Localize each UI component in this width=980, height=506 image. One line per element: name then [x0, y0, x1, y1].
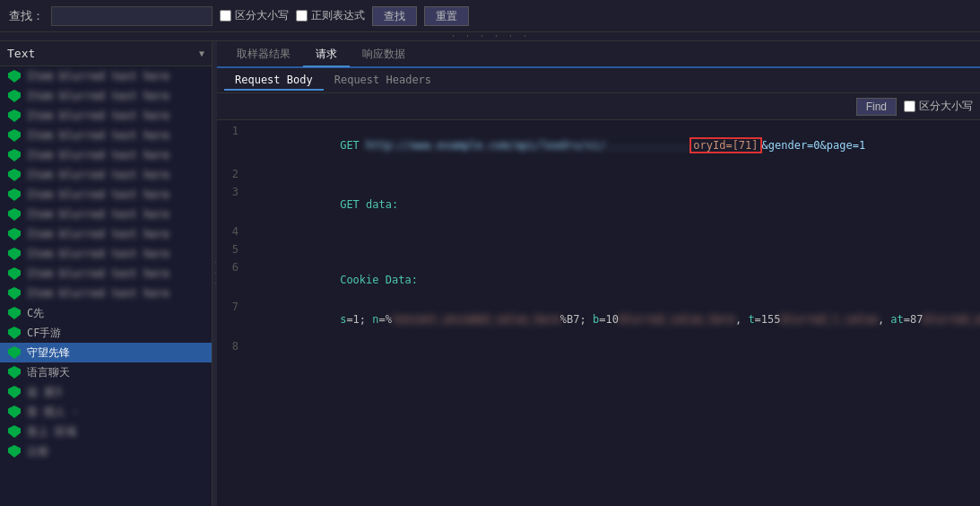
list-item[interactable]: Item blurred text here — [0, 284, 212, 303]
list-item[interactable]: Item blurred text here — [0, 185, 212, 205]
code-line-4: 4 — [217, 224, 980, 242]
item-text: Item blurred text here — [27, 267, 204, 280]
list-item[interactable]: Item blurred text here — [0, 86, 212, 106]
code-line-1: 1 GET http://www.example.com/api/leadru/… — [217, 124, 980, 167]
line-number: 6 — [217, 261, 249, 274]
list-item-chat[interactable]: 语言聊天 — [0, 362, 212, 382]
shield-icon — [7, 326, 22, 340]
cookie-t: t — [748, 313, 754, 326]
item-text: Item blurred text here — [27, 248, 204, 260]
case-sensitive-checkbox[interactable] — [220, 10, 231, 22]
regex-checkbox[interactable] — [296, 10, 308, 22]
list-item[interactable]: 首 猎人 - — [0, 402, 212, 422]
search-bar: 查找： 区分大小写 正则表达式 查找 重置 — [0, 0, 980, 32]
code-line-5: 5 — [217, 242, 980, 260]
shield-icon — [7, 89, 22, 103]
code-line-6: 6 Cookie Data: — [217, 260, 980, 300]
shield-icon — [7, 188, 22, 202]
list-item[interactable]: Item blurred text here — [0, 205, 212, 224]
find-button[interactable]: 查找 — [372, 6, 417, 26]
item-text: Item blurred text here — [27, 228, 204, 240]
http-method: GET — [340, 139, 366, 152]
content-area: Find 区分大小写 1 GET http://www.example.com/… — [217, 93, 980, 506]
list-item-c[interactable]: C先 — [0, 303, 212, 323]
list-item[interactable]: Item blurred text here — [0, 145, 212, 165]
shield-icon — [7, 424, 22, 439]
shield-icon — [7, 168, 22, 182]
shield-icon — [7, 345, 22, 360]
list-item[interactable]: 首上 区域 — [0, 422, 212, 441]
cookie-comma: , — [735, 313, 748, 326]
list-item[interactable]: Item blurred text here — [0, 224, 212, 244]
item-text: Item blurred text here — [27, 90, 204, 102]
line-number: 3 — [217, 186, 249, 198]
cookie-b-val: blurred_value_here — [619, 313, 735, 326]
item-text: Item blurred text here — [27, 188, 204, 201]
shield-icon — [7, 227, 22, 241]
item-text: 首上 区域 — [27, 424, 204, 440]
list-item[interactable]: Item blurred text here — [0, 126, 212, 145]
item-text: 首 猎人 - — [27, 405, 204, 420]
cookie-eq1: =1; — [346, 313, 372, 326]
list-items: Item blurred text here Item blurred text… — [0, 66, 212, 506]
list-item[interactable]: Item blurred text here — [0, 66, 212, 86]
item-text: Item blurred text here — [27, 169, 204, 181]
tab-sampler-results[interactable]: 取样器结果 — [224, 43, 303, 67]
line-content: GET http://www.example.com/api/leadru/xi… — [249, 125, 980, 166]
tab-request[interactable]: 请求 — [303, 43, 350, 67]
find-case-label: 区分大小写 — [919, 99, 973, 114]
panel-title: Text — [7, 47, 35, 60]
main-tabs: 取样器结果 请求 响应数据 — [217, 41, 980, 68]
sub-tab-request-headers[interactable]: Request Headers — [324, 71, 442, 91]
find-case-sensitive-group: 区分大小写 — [904, 99, 973, 114]
line-content: s=1; n=%tencent_encoded_value_here%B7; b… — [249, 301, 980, 338]
cookie-eq4: =155 — [755, 313, 781, 326]
tab-response-data[interactable]: 响应数据 — [350, 43, 418, 67]
cookie-label: Cookie Data: — [340, 274, 418, 286]
panel-header: Text ▼ — [0, 41, 212, 66]
get-data: GET data: — [340, 198, 398, 211]
find-bar: Find 区分大小写 — [217, 93, 980, 120]
shield-icon — [7, 306, 22, 320]
list-item[interactable]: Item blurred text here — [0, 244, 212, 264]
list-item[interactable]: Item blurred text here — [0, 165, 212, 185]
code-line-7: 7 s=1; n=%tencent_encoded_value_here%B7;… — [217, 300, 980, 339]
shield-icon — [7, 286, 22, 301]
list-item[interactable]: Item blurred text here — [0, 106, 212, 126]
shield-icon — [7, 69, 22, 83]
dropdown-arrow-icon[interactable]: ▼ — [199, 48, 204, 58]
cookie-b7: %B7; — [560, 313, 593, 326]
shield-icon — [7, 365, 22, 380]
regex-group: 正则表达式 — [296, 8, 365, 23]
item-text: 追 第3 — [27, 385, 204, 400]
item-text: CF手游 — [27, 326, 204, 341]
drag-dots-icon: · · · · · · — [450, 31, 529, 41]
drag-handle: · · · · · · — [0, 32, 980, 41]
list-item[interactable]: 追 第3 — [0, 382, 212, 402]
list-item-overwatch[interactable]: 守望先锋 — [0, 343, 212, 362]
shield-icon — [7, 109, 22, 123]
sub-tabs: Request Body Request Headers — [217, 68, 980, 93]
code-line-8: 8 — [217, 339, 980, 357]
search-input[interactable] — [51, 6, 212, 26]
reset-button[interactable]: 重置 — [424, 6, 469, 26]
line-number: 2 — [217, 168, 249, 180]
code-editor[interactable]: 1 GET http://www.example.com/api/leadru/… — [217, 120, 980, 506]
find-button[interactable]: Find — [856, 98, 897, 116]
item-text: Item blurred text here — [27, 70, 204, 83]
cookie-t-val: blurred_t_value — [781, 313, 878, 326]
url-params: &gender=0&page=1 — [762, 139, 866, 152]
sub-tab-request-body[interactable]: Request Body — [224, 71, 324, 91]
cookie-eq5: =87 — [904, 313, 924, 326]
item-text: Item blurred text here — [27, 208, 204, 221]
line-number: 7 — [217, 301, 249, 313]
cookie-at: at — [890, 313, 903, 326]
line-content — [249, 340, 980, 353]
line-content — [249, 243, 980, 256]
item-text: 云俗 — [27, 444, 204, 459]
list-item-cf[interactable]: CF手游 — [0, 323, 212, 343]
item-text: 守望先锋 — [27, 345, 204, 361]
list-item[interactable]: Item blurred text here — [0, 264, 212, 284]
list-item[interactable]: 云俗 — [0, 441, 212, 461]
find-case-checkbox[interactable] — [904, 100, 915, 112]
